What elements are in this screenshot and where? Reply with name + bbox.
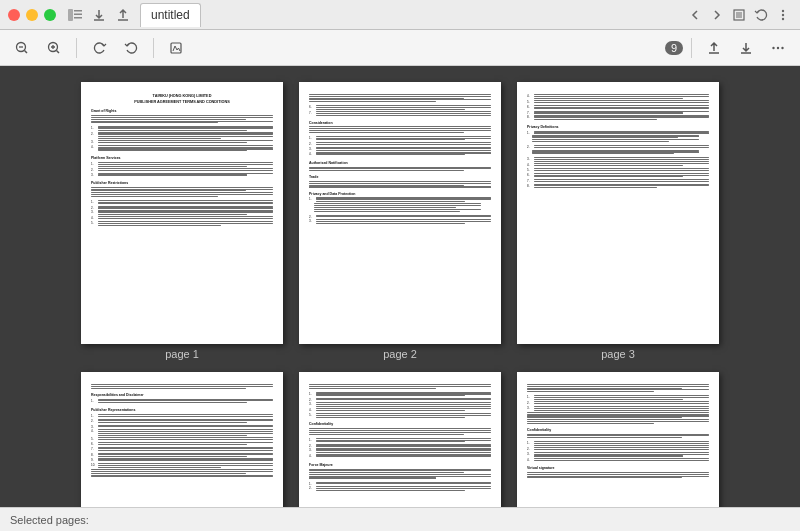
- page5-heading1: Confidentiality: [309, 422, 491, 427]
- page5-heading2: Force Majeure: [309, 463, 491, 468]
- more-menu-button[interactable]: [764, 35, 792, 61]
- page6-heading2: Virtual signature: [527, 466, 709, 471]
- page-thumb-6[interactable]: 1. 2. 3. Confidentiality: [517, 372, 719, 507]
- title-bar-tools: [66, 6, 132, 24]
- page4-heading2: Publisher Representations: [91, 408, 273, 413]
- page-thumb-4[interactable]: Responsibilities and Disclaimer 1. Publi…: [81, 372, 283, 507]
- download-icon[interactable]: [90, 6, 108, 24]
- rotate-right-button[interactable]: [85, 35, 113, 61]
- pages-row-2: Responsibilities and Disclaimer 1. Publi…: [8, 372, 792, 507]
- page2-heading1: Consideration: [309, 121, 491, 126]
- close-button[interactable]: [8, 9, 20, 21]
- page1-heading2: Platform Services: [91, 156, 273, 161]
- svg-point-14: [781, 46, 783, 48]
- page-count-badge: 9: [665, 41, 683, 55]
- page2-heading2: Authorised Notification: [309, 161, 491, 166]
- rotate-left-button[interactable]: [117, 35, 145, 61]
- separator-2: [153, 38, 154, 58]
- page1-heading1: Grant of Rights: [91, 109, 273, 114]
- page4-heading1: Responsibilities and Disclaimer: [91, 393, 273, 398]
- nav-back-icon[interactable]: [686, 6, 704, 24]
- svg-point-13: [777, 46, 779, 48]
- download-button[interactable]: [732, 35, 760, 61]
- page1-doc-title: TAIRIKU (HONG KONG) LIMITED PUBLISHER AG…: [91, 94, 273, 105]
- svg-rect-1: [74, 10, 82, 12]
- page3-label: page 3: [601, 348, 635, 360]
- page2-heading3: Trade: [309, 175, 491, 180]
- status-text: Selected pages:: [10, 514, 89, 526]
- page6-heading1: Confidentiality: [527, 428, 709, 433]
- toolbar: 9: [0, 30, 800, 66]
- window-controls: [8, 9, 56, 21]
- share-button[interactable]: [700, 35, 728, 61]
- svg-point-12: [772, 46, 774, 48]
- svg-rect-3: [74, 17, 82, 19]
- page1-heading3: Publisher Restrictions: [91, 181, 273, 186]
- tab-area: untitled: [140, 3, 686, 27]
- svg-point-6: [782, 9, 784, 11]
- more-options-icon[interactable]: [774, 6, 792, 24]
- main-area[interactable]: TAIRIKU (HONG KONG) LIMITED PUBLISHER AG…: [0, 66, 800, 507]
- minimize-button[interactable]: [26, 9, 38, 21]
- separator-1: [76, 38, 77, 58]
- page-thumb-5[interactable]: 1. 2. 3. 4. 5. Confidentiality 1.: [299, 372, 501, 507]
- maximize-button[interactable]: [44, 9, 56, 21]
- annotate-button[interactable]: [162, 35, 190, 61]
- title-bar: untitled: [0, 0, 800, 30]
- page-container-6: 1. 2. 3. Confidentiality: [517, 372, 719, 507]
- pages-grid: TAIRIKU (HONG KONG) LIMITED PUBLISHER AG…: [8, 82, 792, 507]
- share-icon[interactable]: [114, 6, 132, 24]
- page-container-4: Responsibilities and Disclaimer 1. Publi…: [81, 372, 283, 507]
- document-tab[interactable]: untitled: [140, 3, 201, 27]
- page-container-1: TAIRIKU (HONG KONG) LIMITED PUBLISHER AG…: [81, 82, 283, 360]
- zoom-fit-icon[interactable]: [730, 6, 748, 24]
- pages-row-1: TAIRIKU (HONG KONG) LIMITED PUBLISHER AG…: [8, 82, 792, 360]
- page2-heading4: Privacy and Data Protection: [309, 192, 491, 197]
- svg-rect-0: [68, 9, 73, 21]
- page-container-3: 4. 5. 6. 7. 8. Privacy Definitions 1.: [517, 82, 719, 360]
- separator-3: [691, 38, 692, 58]
- title-right-icons: [686, 6, 792, 24]
- document-tab-title: untitled: [151, 8, 190, 22]
- zoom-in-button[interactable]: [40, 35, 68, 61]
- page-thumb-1[interactable]: TAIRIKU (HONG KONG) LIMITED PUBLISHER AG…: [81, 82, 283, 344]
- svg-point-8: [782, 17, 784, 19]
- svg-point-7: [782, 13, 784, 15]
- rotate-left-icon[interactable]: [752, 6, 770, 24]
- nav-forward-icon[interactable]: [708, 6, 726, 24]
- zoom-out-button[interactable]: [8, 35, 36, 61]
- page3-heading1: Privacy Definitions: [527, 125, 709, 130]
- page-container-5: 1. 2. 3. 4. 5. Confidentiality 1.: [299, 372, 501, 507]
- page1-label: page 1: [165, 348, 199, 360]
- page-thumb-3[interactable]: 4. 5. 6. 7. 8. Privacy Definitions 1.: [517, 82, 719, 344]
- page-container-2: 6. 7. Consideration 1. 2. 3. 4.: [299, 82, 501, 360]
- page-thumb-2[interactable]: 6. 7. Consideration 1. 2. 3. 4.: [299, 82, 501, 344]
- page2-label: page 2: [383, 348, 417, 360]
- sidebar-toggle-icon[interactable]: [66, 6, 84, 24]
- svg-rect-5: [736, 12, 742, 18]
- svg-rect-2: [74, 13, 82, 15]
- status-bar: Selected pages:: [0, 507, 800, 531]
